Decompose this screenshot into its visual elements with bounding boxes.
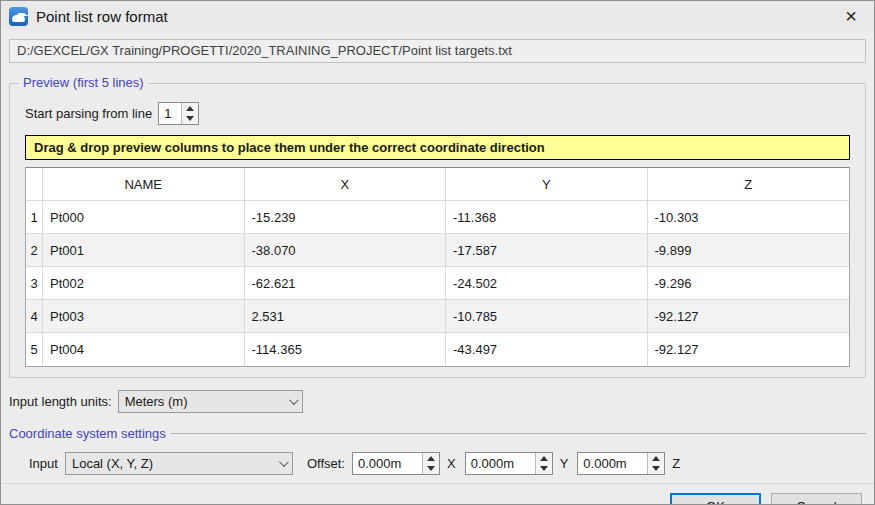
offset-x-axis-label: X — [447, 456, 456, 471]
spin-up-button[interactable] — [423, 453, 439, 464]
cell-z: -92.127 — [648, 333, 850, 366]
title-bar: Point list row format × — [1, 1, 874, 31]
offset-y-value[interactable]: 0.000m — [466, 453, 535, 474]
offset-z-value[interactable]: 0.000m — [578, 453, 647, 474]
row-number: 2 — [26, 234, 43, 267]
offset-y-axis-label: Y — [560, 456, 569, 471]
spin-up-button[interactable] — [648, 453, 664, 464]
length-units-value: Meters (m) — [125, 394, 279, 409]
cell-x: -114.365 — [245, 333, 447, 366]
cell-name: Pt004 — [43, 333, 245, 366]
cell-z: -9.296 — [648, 267, 850, 300]
offset-y-spinbox[interactable]: 0.000m — [465, 452, 553, 475]
cancel-button[interactable]: Cancel — [771, 493, 862, 505]
dialog-title: Point list row format — [36, 8, 168, 25]
offset-label: Offset: — [307, 456, 345, 471]
row-number: 1 — [26, 201, 43, 234]
coordinate-settings-group: Coordinate system settings — [9, 426, 866, 441]
spin-up-button[interactable] — [182, 103, 198, 114]
cell-y: -10.785 — [446, 300, 648, 333]
cell-y: -17.587 — [446, 234, 648, 267]
row-number: 3 — [26, 267, 43, 300]
ok-button[interactable]: OK — [670, 493, 761, 505]
cell-z: -92.127 — [648, 300, 850, 333]
chevron-down-icon — [279, 457, 289, 467]
file-path-field: D:/GEXCEL/GX Training/PROGETTI/2020_TRAI… — [9, 39, 866, 63]
preview-table: NAME X Y Z 1 Pt000 -15.239 -11.368 -10.3… — [25, 167, 850, 367]
cell-name: Pt001 — [43, 234, 245, 267]
input-label: Input — [29, 456, 58, 471]
dialog-body: D:/GEXCEL/GX Training/PROGETTI/2020_TRAI… — [1, 31, 874, 483]
group-rule — [171, 433, 866, 434]
offset-z-axis-label: Z — [672, 456, 680, 471]
drag-drop-hint-banner: Drag & drop preview columns to place the… — [25, 135, 850, 160]
corner-header-cell — [26, 168, 43, 201]
cell-x: 2.531 — [245, 300, 447, 333]
close-icon[interactable]: × — [836, 2, 866, 30]
input-coordinate-value: Local (X, Y, Z) — [72, 456, 269, 471]
chevron-down-icon — [289, 395, 299, 405]
spin-down-button[interactable] — [182, 114, 198, 125]
cell-x: -15.239 — [245, 201, 447, 234]
start-parsing-spinbox[interactable]: 1 — [158, 102, 199, 125]
start-parsing-value[interactable]: 1 — [159, 103, 181, 124]
offset-x-value[interactable]: 0.000m — [353, 453, 422, 474]
spin-up-button[interactable] — [536, 453, 552, 464]
cell-z: -10.303 — [648, 201, 850, 234]
dialog-button-bar: OK Cancel — [1, 483, 874, 505]
point-cloud-app-icon — [9, 7, 28, 26]
offset-x-spinbox[interactable]: 0.000m — [352, 452, 440, 475]
cell-x: -62.621 — [245, 267, 447, 300]
length-units-combobox[interactable]: Meters (m) — [118, 390, 303, 413]
cell-y: -11.368 — [446, 201, 648, 234]
row-number: 4 — [26, 300, 43, 333]
column-header-name[interactable]: NAME — [43, 168, 245, 201]
column-header-y[interactable]: Y — [446, 168, 648, 201]
point-list-row-format-dialog: Point list row format × D:/GEXCEL/GX Tra… — [0, 0, 875, 505]
preview-group-label: Preview (first 5 lines) — [19, 75, 148, 90]
cell-y: -24.502 — [446, 267, 648, 300]
start-parsing-label: Start parsing from line — [25, 106, 152, 121]
preview-groupbox: Preview (first 5 lines) Start parsing fr… — [9, 83, 866, 378]
cell-y: -43.497 — [446, 333, 648, 366]
column-header-z[interactable]: Z — [648, 168, 850, 201]
row-number: 5 — [26, 333, 43, 366]
column-header-x[interactable]: X — [245, 168, 447, 201]
cell-name: Pt000 — [43, 201, 245, 234]
cell-z: -9.899 — [648, 234, 850, 267]
spin-down-button[interactable] — [423, 464, 439, 475]
spin-down-button[interactable] — [536, 464, 552, 475]
cell-name: Pt002 — [43, 267, 245, 300]
input-length-units-label: Input length units: — [9, 394, 112, 409]
offset-z-spinbox[interactable]: 0.000m — [577, 452, 665, 475]
cell-name: Pt003 — [43, 300, 245, 333]
spin-down-button[interactable] — [648, 464, 664, 475]
input-coordinate-combobox[interactable]: Local (X, Y, Z) — [65, 452, 293, 475]
coordinate-settings-label: Coordinate system settings — [9, 426, 166, 441]
cell-x: -38.070 — [245, 234, 447, 267]
